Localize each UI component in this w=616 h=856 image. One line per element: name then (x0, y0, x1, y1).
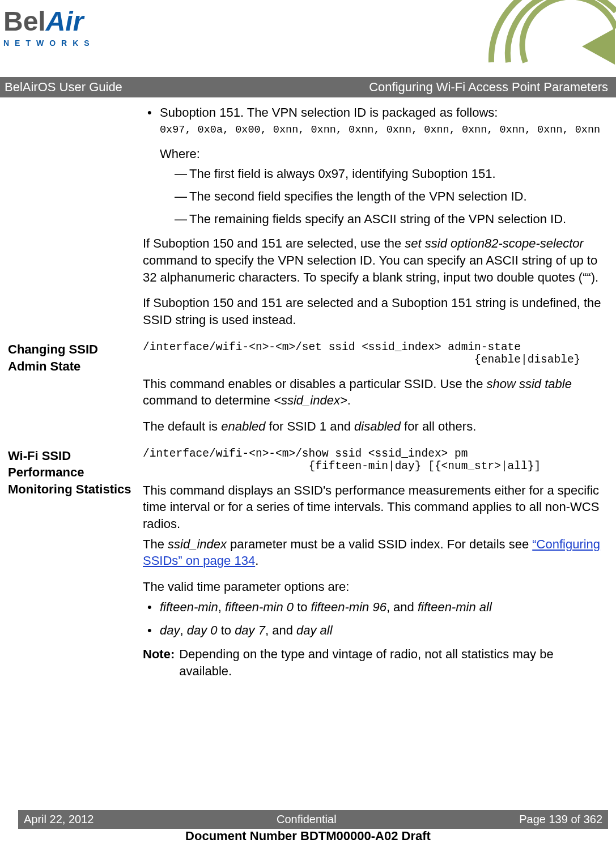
where-item-2: —The second field specifies the length o… (175, 188, 608, 205)
paragraph-undefined-fallback: If Suboption 150 and 151 are selected an… (143, 295, 608, 328)
guide-title: BelAirOS User Guide (5, 79, 122, 96)
where-item-1: —The first field is always 0x97, identif… (175, 165, 608, 182)
paragraph-scope-selector: If Suboption 150 and 151 are selected, u… (143, 235, 608, 286)
heading-changing-ssid-admin-state: Changing SSID Admin State (8, 341, 143, 374)
paragraph-admin-state-desc: This command enables or disables a parti… (143, 376, 608, 409)
paragraph-valid-options: The valid time parameter options are: (143, 578, 608, 595)
section-suboption151: Suboption 151. The VPN selection ID is p… (143, 104, 608, 338)
cmd-set-ssid-option82: set ssid option82-scope-selector (405, 236, 584, 250)
note-label: Note: (143, 646, 179, 679)
cli-pm-line2: {fifteen-min|day} [{<num_str>|all}] (143, 460, 608, 472)
decorative-arc-icon (469, 0, 616, 68)
page-header-graphics: BelAir NETWORKS (0, 0, 616, 74)
arg-ssid-index: <ssid_index> (274, 393, 347, 407)
footer-page: Page 139 of 362 (519, 812, 602, 827)
section-pm-stats: /interface/wifi-<n>-<m>/show ssid <ssid_… (143, 448, 608, 689)
footer-bar: April 22, 2012 Confidential Page 139 of … (18, 810, 608, 829)
heading-wifi-ssid-pm-stats: Wi-Fi SSID Performance Monitoring Statis… (8, 448, 143, 498)
svg-marker-1 (582, 28, 615, 65)
cli-pm-line1: /interface/wifi-<n>-<m>/show ssid <ssid_… (143, 448, 608, 460)
belair-logo: BelAir NETWORKS (3, 3, 95, 49)
where-list: —The first field is always 0x97, identif… (175, 165, 608, 227)
paragraph-pm-desc: This command displays an SSID's performa… (143, 482, 608, 533)
paragraph-admin-state-default: The default is enabled for SSID 1 and di… (143, 418, 608, 435)
cli-admin-state-line1: /interface/wifi-<n>-<m>/set ssid <ssid_i… (143, 341, 608, 354)
footer-date: April 22, 2012 (24, 812, 94, 827)
title-bar: BelAirOS User Guide Configuring Wi-Fi Ac… (0, 77, 616, 97)
bullet-suboption-151: Suboption 151. The VPN selection ID is p… (143, 104, 608, 228)
cmd-show-ssid-table: show ssid table (487, 377, 572, 391)
footer-confidential: Confidential (277, 812, 337, 827)
document-number: Document Number BDTM00000-A02 Draft (0, 828, 616, 845)
option-fifteen-min: fifteen-min, fifteen-min 0 to fifteen-mi… (143, 599, 608, 616)
chapter-title: Configuring Wi-Fi Access Point Parameter… (369, 79, 608, 96)
logo-air: Air (46, 6, 84, 36)
option-day: day, day 0 to day 7, and day all (143, 622, 608, 639)
bullet-text: Suboption 151. The VPN selection ID is p… (160, 104, 608, 121)
cli-admin-state-line2: {enable|disable} (143, 354, 608, 366)
packaged-hex-code: 0x97, 0x0a, 0x00, 0xnn, 0xnn, 0xnn, 0xnn… (160, 124, 608, 136)
where-label: Where: (160, 146, 608, 163)
note-text: Depending on the type and vintage of rad… (179, 646, 608, 679)
note-block: Note: Depending on the type and vintage … (143, 646, 608, 679)
arg-ssid-index-2: ssid_index (168, 537, 227, 551)
logo-bel: Bel (3, 6, 46, 36)
paragraph-pm-ssid-index: The ssid_index parameter must be a valid… (143, 536, 608, 569)
section-admin-state: /interface/wifi-<n>-<m>/set ssid <ssid_i… (143, 341, 608, 444)
logo-networks: NETWORKS (3, 38, 95, 49)
where-item-3: —The remaining fields specify an ASCII s… (175, 211, 608, 228)
